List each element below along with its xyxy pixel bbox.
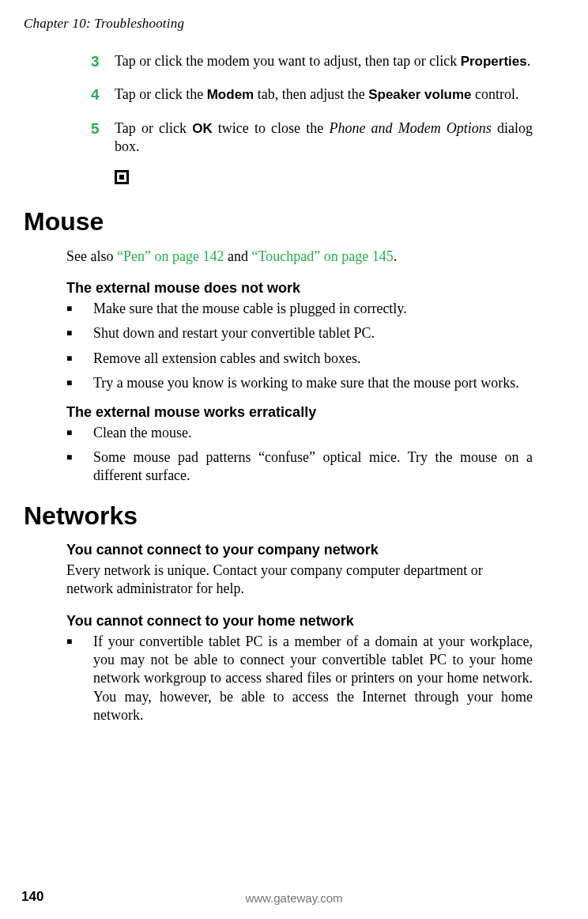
step-5: 5 Tap or click OK twice to close the Pho… <box>91 119 533 156</box>
text-part: tab, then adjust the <box>254 86 368 102</box>
text-italic: Phone and Modem Options <box>329 120 491 136</box>
step-text: Tap or click OK twice to close the Phone… <box>115 119 533 156</box>
subhead-home-network: You cannot connect to your home network <box>66 613 533 630</box>
text-part: Tap or click <box>115 120 192 136</box>
text-bold: Modem <box>207 87 254 102</box>
bullet-text: If your convertible tablet PC is a membe… <box>93 633 533 725</box>
see-also-prefix: See also <box>66 248 117 264</box>
para-company-network: Every network is unique. Contact your co… <box>66 562 533 599</box>
see-also-line: See also “Pen” on page 142 and “Touchpad… <box>66 248 533 266</box>
list-item: ■If your convertible tablet PC is a memb… <box>66 633 533 725</box>
step-number: 4 <box>91 85 115 104</box>
subhead-company-network: You cannot connect to your company netwo… <box>66 542 533 558</box>
list-item: ■Try a mouse you know is working to make… <box>66 374 533 392</box>
bullet-text: Some mouse pad patterns “confuse” optica… <box>93 448 533 486</box>
text-bold: Speaker volume <box>368 87 471 102</box>
bullet-text: Try a mouse you know is working to make … <box>93 374 519 392</box>
see-also-period: . <box>394 248 398 264</box>
text-bold: OK <box>192 121 213 136</box>
text-part: . <box>527 53 531 69</box>
link-pen[interactable]: “Pen” on page 142 <box>117 248 224 264</box>
list-item: ■Some mouse pad patterns “confuse” optic… <box>66 448 533 486</box>
see-also-and: and <box>224 248 251 264</box>
step-4: 4 Tap or click the Modem tab, then adjus… <box>91 85 533 104</box>
step-number: 3 <box>91 52 115 71</box>
bullet-text: Clean the mouse. <box>93 424 191 442</box>
list-item: ■Remove all extension cables and switch … <box>66 350 533 368</box>
step-number: 5 <box>91 119 115 156</box>
step-3: 3 Tap or click the modem you want to adj… <box>91 52 533 71</box>
bullet-icon: ■ <box>66 448 93 486</box>
text-part: Tap or click the <box>115 86 207 102</box>
page-number: 140 <box>21 889 43 905</box>
bullet-text: Shut down and restart your convertible t… <box>93 324 375 342</box>
list-item: ■Shut down and restart your convertible … <box>66 324 533 342</box>
heading-mouse: Mouse <box>24 207 533 236</box>
footer: 140 www.gateway.com <box>0 891 588 905</box>
link-touchpad[interactable]: “Touchpad” on page 145 <box>251 248 393 264</box>
bullet-icon: ■ <box>66 300 93 318</box>
bullet-text: Make sure that the mouse cable is plugge… <box>93 300 407 318</box>
text-part: control. <box>472 86 519 102</box>
heading-networks: Networks <box>24 501 533 531</box>
step-text: Tap or click the Modem tab, then adjust … <box>115 85 519 104</box>
bullet-icon: ■ <box>66 424 93 442</box>
bullet-icon: ■ <box>66 324 93 342</box>
bullet-icon: ■ <box>66 350 93 368</box>
chapter-header: Chapter 10: Troubleshooting <box>24 16 533 32</box>
list-item: ■Make sure that the mouse cable is plugg… <box>66 300 533 318</box>
footer-url: www.gateway.com <box>0 891 588 905</box>
text-part: Tap or click the modem you want to adjus… <box>115 53 461 69</box>
text-part: twice to close the <box>213 120 330 136</box>
subhead-mouse-not-work: The external mouse does not work <box>66 280 533 297</box>
bullet-text: Remove all extension cables and switch b… <box>93 350 360 368</box>
list-item: ■Clean the mouse. <box>66 424 533 442</box>
bullet-icon: ■ <box>66 374 93 392</box>
subhead-mouse-erratic: The external mouse works erratically <box>66 404 533 421</box>
step-text: Tap or click the modem you want to adjus… <box>115 52 530 71</box>
text-bold: Properties <box>461 54 527 69</box>
end-of-procedure-icon <box>115 170 533 187</box>
bullet-icon: ■ <box>66 633 93 725</box>
